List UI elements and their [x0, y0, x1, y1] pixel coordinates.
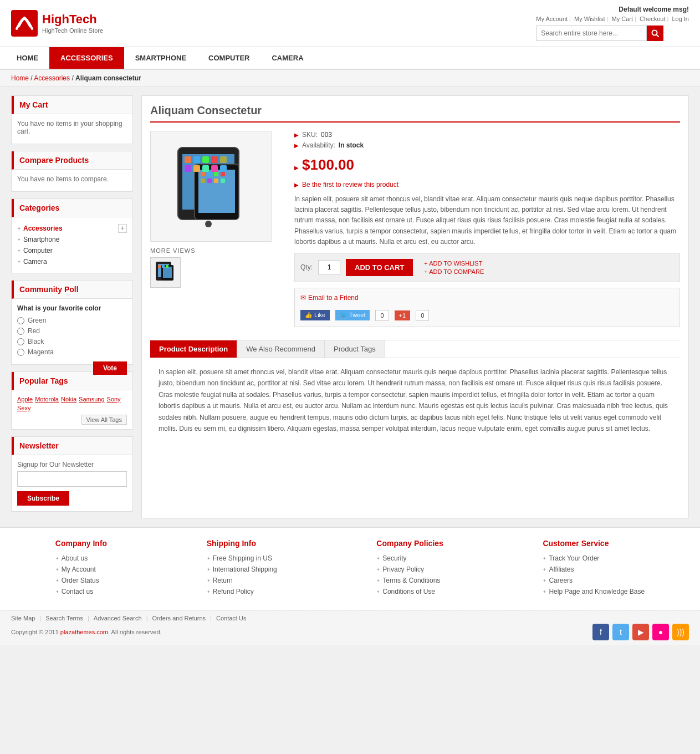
category-expand-icon[interactable]: + — [118, 224, 127, 233]
footer-about-us: About us — [55, 554, 107, 562]
wishlist-compare-area: + ADD TO WISHLIST + ADD TO COMPARE — [424, 260, 484, 275]
nav-accessories[interactable]: ACCESSORIES — [49, 47, 124, 69]
breadcrumb-current: Aliquam consectetur — [75, 74, 141, 82]
nav-computer[interactable]: COMPUTER — [197, 47, 260, 69]
tab-product-description[interactable]: Product Description — [150, 340, 237, 358]
community-poll-block: Community Poll What is your favorite col… — [11, 280, 133, 365]
social-twitter-icon[interactable]: t — [612, 624, 629, 640]
svg-rect-30 — [162, 265, 165, 268]
vote-button[interactable]: Vote — [93, 361, 127, 375]
footer-customer-service-list: Track Your Order Affiliates Careers Help… — [543, 554, 645, 595]
quantity-input[interactable] — [318, 260, 340, 274]
nav-camera[interactable]: CAMERA — [260, 47, 314, 69]
poll-radio-black[interactable] — [17, 338, 24, 345]
footer-copyright: Copyright © 2011 plazathemes.com. All ri… — [11, 629, 162, 635]
footer-conditions-of-use: Conditions of Use — [376, 588, 443, 595]
add-to-compare-link[interactable]: + ADD TO COMPARE — [424, 268, 484, 275]
sku-label: SKU: — [302, 131, 318, 139]
subscribe-button[interactable]: Subscribe — [17, 491, 69, 506]
tag-sony[interactable]: Sony — [107, 396, 121, 403]
svg-rect-22 — [207, 179, 212, 183]
category-computer[interactable]: Computer — [17, 245, 127, 256]
checkout-link[interactable]: Checkout — [640, 16, 665, 22]
plazathemes-link[interactable]: plazathemes.com — [60, 629, 108, 635]
category-smartphone[interactable]: Smartphone — [17, 234, 127, 245]
newsletter-block: Newsletter Signup for Our Newsletter Sub… — [11, 436, 133, 512]
poll-radio-magenta[interactable] — [17, 349, 24, 356]
social-flickr-icon[interactable]: ● — [652, 624, 669, 640]
footer-social: f t ▶ ● ))) — [592, 624, 689, 640]
logo-area: HighTech HighTech Online Store — [11, 10, 103, 37]
my-account-link[interactable]: My Account — [536, 16, 568, 22]
footer-contact-link[interactable]: Contact Us — [216, 615, 246, 621]
social-youtube-icon[interactable]: ▶ — [632, 624, 649, 640]
svg-rect-28 — [163, 267, 172, 278]
tab-product-tags[interactable]: Product Tags — [325, 340, 385, 358]
footer-company-info-title: Company Info — [55, 539, 107, 548]
tag-apple[interactable]: Apple — [17, 396, 33, 403]
my-cart-link[interactable]: My Cart — [612, 16, 633, 22]
footer-copy-row: Copyright © 2011 plazathemes.com. All ri… — [11, 624, 689, 640]
breadcrumb-home[interactable]: Home — [11, 74, 29, 82]
social-facebook-icon[interactable]: f — [592, 624, 609, 640]
search-button[interactable] — [647, 26, 663, 41]
footer-company-policies: Company Policies Security Privacy Policy… — [376, 539, 443, 599]
newsletter-label: Signup for Our Newsletter — [17, 461, 127, 468]
logo-icon[interactable] — [11, 10, 38, 37]
email-friend-link[interactable]: Email to a Friend — [308, 294, 359, 302]
footer-search-terms-link[interactable]: Search Terms — [45, 615, 83, 621]
log-in-link[interactable]: Log In — [672, 16, 689, 22]
logo-text: HighTech HighTech Online Store — [42, 12, 103, 34]
footer-shipping-info: Shipping Info Free Shipping in US Intern… — [207, 539, 277, 599]
add-to-wishlist-link[interactable]: + ADD TO WISHLIST — [424, 260, 484, 267]
footer-sitemap-link[interactable]: Site Map — [11, 615, 35, 621]
social-rss-icon[interactable]: ))) — [672, 624, 689, 640]
breadcrumb-accessories[interactable]: Accessories — [34, 74, 70, 82]
popular-tags-block: Popular Tags Apple Motorola Nokia Samsun… — [11, 371, 133, 430]
nav-smartphone[interactable]: SMARTPHONE — [124, 47, 197, 69]
my-wishlist-link[interactable]: My Wishlist — [574, 16, 605, 22]
tag-samsung[interactable]: Samsung — [79, 396, 104, 403]
breadcrumb: Home / Accessories / Aliquam consectetur — [0, 70, 700, 87]
svg-rect-29 — [158, 265, 161, 268]
search-input[interactable] — [536, 26, 647, 41]
svg-rect-20 — [221, 172, 225, 176]
tag-nokia[interactable]: Nokia — [61, 396, 76, 403]
popular-tags-content: Apple Motorola Nokia Samsung Sony Sexy V… — [12, 390, 132, 429]
product-description-text: In sapien elit, posuere sit amet rhoncus… — [159, 366, 672, 434]
poll-option-black: Black — [17, 338, 127, 345]
svg-rect-17 — [201, 172, 205, 176]
product-main-image[interactable] — [150, 131, 272, 242]
account-links: My Account| My Wishlist| My Cart| Checko… — [536, 16, 689, 22]
poll-radio-red[interactable] — [17, 328, 24, 335]
tab-we-also-recommend[interactable]: We Also Recommend — [237, 340, 325, 358]
footer-company-policies-list: Security Privacy Policy Terms & Conditio… — [376, 554, 443, 595]
thumbnail-1[interactable] — [150, 257, 181, 288]
nav-home[interactable]: HOME — [6, 47, 49, 69]
category-accessories[interactable]: Accessories — [17, 223, 63, 234]
poll-question: What is your favorite color — [17, 304, 127, 312]
poll-radio-green[interactable] — [17, 317, 24, 324]
category-camera[interactable]: Camera — [17, 256, 127, 267]
poll-option-magenta: Magenta — [17, 348, 127, 356]
svg-rect-11 — [220, 156, 227, 163]
gplus-count: 0 — [416, 310, 429, 321]
view-all-tags-link[interactable]: View All Tags — [81, 415, 127, 425]
svg-rect-21 — [201, 179, 205, 183]
tag-sexy[interactable]: Sexy — [17, 405, 30, 411]
footer-company-info-list: About us My Account Order Status Contact… — [55, 554, 107, 595]
category-accessories-row: Accessories + — [17, 223, 127, 234]
gplus-button[interactable]: +1 — [395, 310, 411, 320]
categories-content: Accessories + Smartphone Computer Camera — [12, 217, 132, 273]
logo-title[interactable]: HighTech — [42, 12, 103, 27]
tag-motorola[interactable]: Motorola — [35, 396, 59, 403]
review-link[interactable]: Be the first to review this product — [302, 181, 398, 188]
newsletter-email-input[interactable] — [17, 471, 127, 487]
footer-orders-returns-link[interactable]: Orders and Returns — [152, 615, 206, 621]
footer-shipping-info-title: Shipping Info — [207, 539, 277, 548]
twitter-tweet-button[interactable]: 🐦 Tweet — [335, 310, 370, 320]
svg-rect-15 — [211, 165, 218, 172]
add-to-cart-button[interactable]: ADD TO CART — [346, 259, 413, 276]
footer-advanced-search-link[interactable]: Advanced Search — [94, 615, 142, 621]
facebook-like-button[interactable]: 👍 Like — [300, 310, 330, 320]
